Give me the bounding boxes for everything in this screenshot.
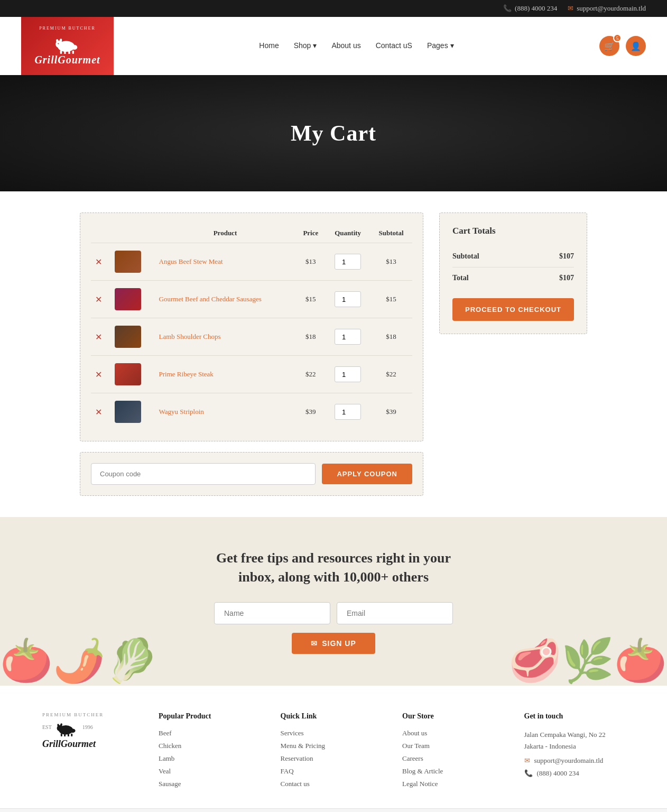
- footer-link[interactable]: Blog & Article: [402, 767, 443, 775]
- col-image: [110, 224, 155, 243]
- cart-section: Product Price Quantity Subtotal ✕ Angus …: [80, 213, 423, 496]
- signup-button[interactable]: ✉ SIGN UP: [292, 633, 375, 654]
- phone-icon: 📞: [503, 4, 512, 13]
- subtotal-label: Subtotal: [452, 252, 479, 261]
- svg-point-12: [70, 728, 76, 733]
- subtotal-value: $107: [559, 252, 574, 261]
- apply-coupon-button[interactable]: Apply coupon: [322, 464, 412, 484]
- steak-decoration: 🥩🌿🍅: [508, 636, 667, 686]
- footer-link[interactable]: Chicken: [159, 742, 181, 750]
- product-price: $13: [295, 243, 326, 281]
- remove-button[interactable]: ✕: [95, 295, 102, 304]
- email-address: support@yourdomain.tld: [577, 4, 646, 13]
- cart-totals: Cart Totals Subtotal $107 Total $107 PRO…: [439, 213, 587, 334]
- table-row: ✕ Angus Beef Stew Meat $13 $13: [91, 243, 412, 281]
- checkout-button[interactable]: PROCEED TO CHECKOUT: [452, 298, 574, 321]
- col-subtotal: Subtotal: [370, 224, 412, 243]
- remove-button[interactable]: ✕: [95, 408, 102, 417]
- footer-phone-item: 📞 (888) 4000 234: [524, 769, 625, 778]
- footer-our-store: Our Store About usOur TeamCareersBlog & …: [402, 712, 503, 792]
- product-subtotal: $13: [370, 243, 412, 281]
- newsletter-form: [175, 602, 492, 624]
- footer-link[interactable]: Beef: [159, 729, 172, 737]
- product-price: $15: [295, 281, 326, 318]
- footer-link[interactable]: FAQ: [281, 767, 294, 775]
- footer-link[interactable]: Our Team: [402, 742, 430, 750]
- footer-link[interactable]: About us: [402, 729, 427, 737]
- phone-item: 📞 (888) 4000 234: [503, 4, 557, 13]
- cow-icon: [52, 33, 84, 54]
- svg-rect-13: [61, 733, 62, 736]
- product-name: Angus Beef Stew Meat: [159, 257, 223, 265]
- hero-section: My Cart: [0, 75, 667, 191]
- footer-main: PREMIUM BUTCHER EST 1996 GrillGourmet Po…: [0, 686, 667, 808]
- remove-button[interactable]: ✕: [95, 333, 102, 342]
- footer-brand-name: GrillGourmet: [42, 739, 137, 750]
- quantity-input[interactable]: [335, 329, 361, 345]
- footer-link[interactable]: Services: [281, 729, 304, 737]
- mail-icon: ✉: [311, 639, 318, 648]
- footer-link[interactable]: Careers: [402, 754, 423, 762]
- footer-bottom: Copyright© 2024 GrillGourmet. All rights…: [0, 808, 667, 812]
- cart-icon: 🛒: [604, 41, 615, 51]
- newsletter-name-input[interactable]: [214, 602, 330, 624]
- email-item: ✉ support@yourdomain.tld: [568, 4, 646, 13]
- col-remove: [91, 224, 110, 243]
- footer-email-icon: ✉: [524, 756, 530, 765]
- footer-link[interactable]: Sausage: [159, 780, 181, 788]
- product-price: $22: [295, 356, 326, 393]
- nav-about[interactable]: About us: [331, 21, 360, 71]
- nav-pages[interactable]: Pages ▾: [427, 21, 454, 71]
- footer-link[interactable]: Menu & Pricing: [281, 742, 326, 750]
- nav-shop[interactable]: Shop ▾: [294, 21, 317, 71]
- footer-store-title: Our Store: [402, 712, 503, 721]
- quantity-input[interactable]: [335, 254, 361, 270]
- total-label: Total: [452, 274, 469, 282]
- footer-link[interactable]: Lamb: [159, 754, 174, 762]
- footer-email-item: ✉ support@yourdomain.tld: [524, 756, 625, 765]
- total-row: Total $107: [452, 267, 574, 289]
- main-content: Product Price Quantity Subtotal ✕ Angus …: [69, 213, 598, 496]
- svg-point-2: [71, 45, 77, 50]
- product-image: [115, 401, 141, 423]
- footer-phone: (888) 4000 234: [537, 769, 579, 778]
- total-value: $107: [559, 274, 574, 282]
- main-nav: Home Shop ▾ About us Contact uS Pages ▾: [114, 21, 599, 71]
- footer-quick-link: Quick Link ServicesMenu & PricingReserva…: [281, 712, 382, 792]
- table-row: ✕ Prime Ribeye Steak $22 $22: [91, 356, 412, 393]
- svg-rect-3: [60, 50, 61, 54]
- footer-logo: PREMIUM BUTCHER EST 1996 GrillGourmet: [42, 712, 137, 792]
- col-product: Product: [155, 224, 296, 243]
- nav-contact[interactable]: Contact uS: [376, 21, 412, 71]
- chevron-down-icon-pages: ▾: [450, 41, 454, 50]
- svg-rect-15: [68, 734, 69, 736]
- footer-link[interactable]: Reservation: [281, 754, 313, 762]
- footer-link[interactable]: Legal Notice: [402, 780, 438, 788]
- cart-table: Product Price Quantity Subtotal ✕ Angus …: [91, 224, 412, 430]
- quantity-input[interactable]: [335, 404, 361, 420]
- product-name: Lamb Shoulder Chops: [159, 333, 221, 340]
- cart-totals-title: Cart Totals: [452, 226, 574, 236]
- footer-logo-years-right: 1996: [82, 724, 93, 730]
- newsletter-email-input[interactable]: [337, 602, 453, 624]
- nav-home[interactable]: Home: [259, 21, 279, 71]
- footer-contact-title: Get in touch: [524, 712, 625, 721]
- quantity-input[interactable]: [335, 366, 361, 382]
- cart-button[interactable]: 🛒 5: [599, 36, 619, 56]
- svg-point-9: [58, 43, 59, 44]
- quantity-input[interactable]: [335, 291, 361, 307]
- footer-link[interactable]: Contact us: [281, 780, 310, 788]
- coupon-input[interactable]: [91, 463, 316, 485]
- coupon-section: Apply coupon: [80, 452, 423, 496]
- product-name: Gourmet Beef and Cheddar Sausages: [159, 295, 262, 303]
- footer-link[interactable]: Veal: [159, 767, 171, 775]
- product-image: [115, 288, 141, 310]
- account-button[interactable]: 👤: [626, 36, 646, 56]
- remove-button[interactable]: ✕: [95, 257, 102, 266]
- logo[interactable]: PREMIUM BUTCHER GrillGourmet: [21, 17, 114, 75]
- chevron-down-icon: ▾: [313, 41, 317, 50]
- footer-email: support@yourdomain.tld: [534, 756, 604, 765]
- signup-label: SIGN UP: [322, 639, 356, 648]
- remove-button[interactable]: ✕: [95, 370, 102, 379]
- product-image: [115, 363, 141, 385]
